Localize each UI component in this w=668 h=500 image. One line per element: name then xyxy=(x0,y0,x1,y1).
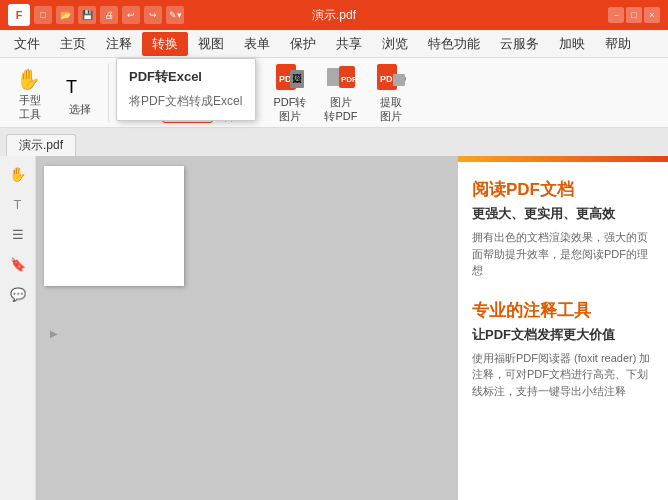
dropdown-description: 将PDF文档转成Excel xyxy=(117,91,255,116)
section1-heading: 阅读PDF文档 xyxy=(472,178,654,201)
sidebar-text-icon[interactable]: T xyxy=(6,192,30,216)
content-area: ▶ xyxy=(36,156,458,500)
title-bar: F □ 📂 💾 🖨 ↩ ↪ ✎▾ 演示.pdf － □ × xyxy=(0,0,668,30)
extract-label: 提取图片 xyxy=(380,96,402,122)
section1-body: 拥有出色的文档渲染效果，强大的页面帮助提升效率，是您阅读PDF的理想 xyxy=(472,229,654,279)
menu-help[interactable]: 帮助 xyxy=(595,32,641,56)
hand-icon: ✋ xyxy=(14,64,46,92)
menu-home[interactable]: 主页 xyxy=(50,32,96,56)
menu-browse[interactable]: 浏览 xyxy=(372,32,418,56)
right-panel: 阅读PDF文档 更强大、更实用、更高效 拥有出色的文档渲染效果，强大的页面帮助提… xyxy=(458,156,668,500)
menu-bar: 文件 主页 注释 转换 视图 表单 保护 共享 浏览 特色功能 云服务 加映 帮… xyxy=(0,30,668,58)
section-read: 阅读PDF文档 更强大、更实用、更高效 拥有出色的文档渲染效果，强大的页面帮助提… xyxy=(472,178,654,279)
document-tab[interactable]: 演示.pdf xyxy=(6,134,76,156)
svg-text:🖼: 🖼 xyxy=(292,73,302,84)
print-icon[interactable]: 🖨 xyxy=(100,6,118,24)
svg-text:T: T xyxy=(66,77,77,97)
hand-tool-button[interactable]: ✋ 手型工具 xyxy=(6,63,54,123)
sidebar-bookmark-icon[interactable]: ☰ xyxy=(6,222,30,246)
select-label: 选择 xyxy=(69,103,91,116)
image-to-pdf-button[interactable]: PDF 图片转PDF xyxy=(316,63,365,123)
sidebar-pages-icon[interactable]: 🔖 xyxy=(6,252,30,276)
section2-subheading: 让PDF文档发挥更大价值 xyxy=(472,326,654,344)
select-tool-button[interactable]: T 选择 xyxy=(56,63,104,123)
minimize-button[interactable]: － xyxy=(608,7,624,23)
left-sidebar: ✋ T ☰ 🔖 💬 xyxy=(0,156,36,500)
tab-label: 演示.pdf xyxy=(19,137,63,154)
scroll-indicator: ▶ xyxy=(50,328,58,339)
section1-subheading: 更强大、更实用、更高效 xyxy=(472,205,654,223)
pdf-to-image-button[interactable]: PDF 🖼 PDF转图片 xyxy=(265,63,314,123)
extract-image-button[interactable]: PDF ↗ 提取图片 xyxy=(367,63,415,123)
select-icon: T xyxy=(64,69,96,101)
pdf-preview xyxy=(44,166,184,286)
main-area: ✋ T ☰ 🔖 💬 ▶ 阅读PDF文档 更强大、更实用、更高效 拥有出色的文档渲… xyxy=(0,156,668,500)
window-title: 演示.pdf xyxy=(312,7,356,24)
tools-icon[interactable]: ✎▾ xyxy=(166,6,184,24)
svg-text:PDF: PDF xyxy=(341,75,357,84)
svg-rect-25 xyxy=(393,74,405,86)
menu-cloud[interactable]: 云服务 xyxy=(490,32,549,56)
toolbar: ✋ 手型工具 T 选择 PDF → W PDF转Word xyxy=(0,58,668,128)
pdf-image-icon: PDF 🖼 xyxy=(274,62,306,94)
menu-view[interactable]: 视图 xyxy=(188,32,234,56)
menu-file[interactable]: 文件 xyxy=(4,32,50,56)
menu-annotation[interactable]: 注释 xyxy=(96,32,142,56)
menu-addons[interactable]: 加映 xyxy=(549,32,595,56)
sidebar-hand-icon[interactable]: ✋ xyxy=(6,162,30,186)
new-icon[interactable]: □ xyxy=(34,6,52,24)
pdf-image-label: PDF转图片 xyxy=(273,96,306,122)
section-annotate: 专业的注释工具 让PDF文档发挥更大价值 使用福昕PDF阅读器 (foxit r… xyxy=(472,299,654,400)
menu-form[interactable]: 表单 xyxy=(234,32,280,56)
image-pdf-label: 图片转PDF xyxy=(324,96,357,122)
redo-icon[interactable]: ↪ xyxy=(144,6,162,24)
extract-icon: PDF ↗ xyxy=(375,62,407,94)
image-pdf-icon: PDF xyxy=(325,62,357,94)
menu-features[interactable]: 特色功能 xyxy=(418,32,490,56)
svg-text:✋: ✋ xyxy=(16,67,41,91)
window-controls: － □ × xyxy=(608,7,660,23)
dropdown-title[interactable]: PDF转Excel xyxy=(117,63,255,91)
menu-share[interactable]: 共享 xyxy=(326,32,372,56)
menu-protect[interactable]: 保护 xyxy=(280,32,326,56)
close-button[interactable]: × xyxy=(644,7,660,23)
sidebar-comments-icon[interactable]: 💬 xyxy=(6,282,30,306)
title-bar-controls: □ 📂 💾 🖨 ↩ ↪ ✎▾ xyxy=(34,6,184,24)
open-icon[interactable]: 📂 xyxy=(56,6,74,24)
section2-body: 使用福昕PDF阅读器 (foxit reader) 加注释，可对PDF文档进行高… xyxy=(472,350,654,400)
save-icon[interactable]: 💾 xyxy=(78,6,96,24)
undo-icon[interactable]: ↩ xyxy=(122,6,140,24)
maximize-button[interactable]: □ xyxy=(626,7,642,23)
menu-convert[interactable]: 转换 xyxy=(142,32,188,56)
section2-heading: 专业的注释工具 xyxy=(472,299,654,322)
dropdown-tooltip: PDF转Excel 将PDF文档转成Excel xyxy=(116,58,256,121)
right-panel-content: 阅读PDF文档 更强大、更实用、更高效 拥有出色的文档渲染效果，强大的页面帮助提… xyxy=(458,162,668,415)
tab-bar: 演示.pdf xyxy=(0,128,668,156)
hand-tool-label: 手型工具 xyxy=(19,94,41,120)
title-bar-left: F □ 📂 💾 🖨 ↩ ↪ ✎▾ xyxy=(8,4,184,26)
app-logo: F xyxy=(8,4,30,26)
